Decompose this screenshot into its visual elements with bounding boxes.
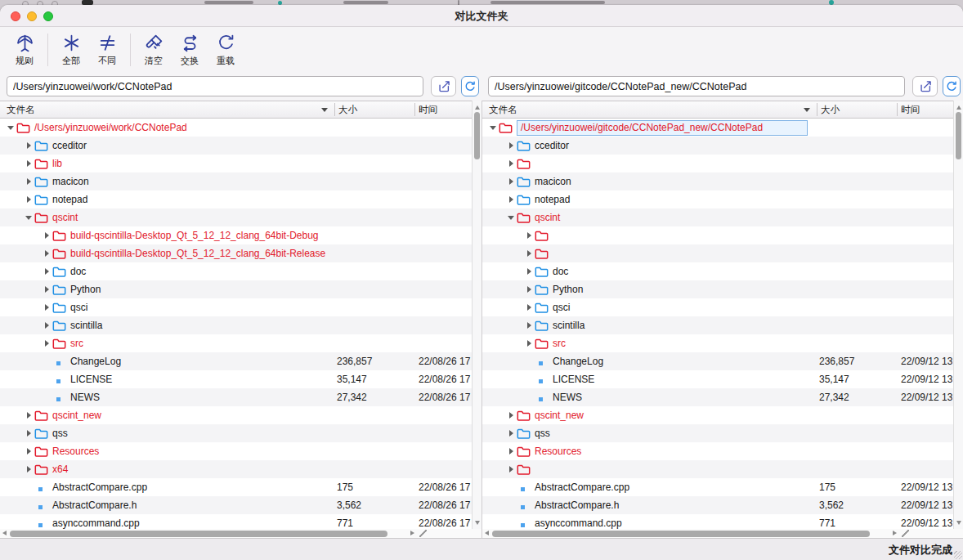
tree-row[interactable]: notepad — [0, 190, 482, 208]
swap-button[interactable]: 交换 — [172, 31, 208, 69]
right-browse-button[interactable] — [912, 76, 938, 96]
time-column-header[interactable]: 时间 — [901, 101, 952, 118]
tree-row[interactable]: AbstractCompare.cpp17522/08/26 17:36 — [0, 478, 482, 496]
expand-arrow-icon[interactable] — [505, 430, 517, 437]
scroll-left-arrow-icon[interactable] — [485, 531, 489, 535]
expand-arrow-icon[interactable] — [41, 322, 52, 329]
tree-row[interactable]: x64 — [0, 460, 482, 478]
tree-row[interactable]: doc — [482, 262, 963, 280]
filename-column-header[interactable]: 文件名 — [489, 101, 800, 118]
expand-arrow-icon[interactable] — [41, 250, 52, 257]
tree-row[interactable]: lib — [0, 155, 482, 172]
tree-row[interactable] — [482, 155, 963, 172]
column-divider[interactable] — [334, 103, 335, 116]
collapse-arrow-icon[interactable] — [5, 126, 16, 130]
tree-row[interactable]: Python — [482, 280, 963, 298]
left-path-input[interactable] — [7, 76, 423, 96]
expand-arrow-icon[interactable] — [41, 340, 52, 347]
column-divider[interactable] — [897, 103, 898, 116]
right-refresh-button[interactable] — [943, 76, 961, 96]
show-different-button[interactable]: 不同 — [89, 31, 125, 69]
tree-row[interactable]: qscint_new — [482, 406, 963, 424]
tree-row[interactable]: qsci — [0, 298, 482, 316]
expand-arrow-icon[interactable] — [23, 160, 34, 167]
expand-arrow-icon[interactable] — [23, 448, 34, 455]
tree-row[interactable]: scintilla — [482, 316, 963, 334]
clear-button[interactable]: 清空 — [136, 31, 172, 69]
scrollbar-thumb[interactable] — [474, 112, 480, 159]
tree-row[interactable] — [482, 244, 963, 262]
expand-arrow-icon[interactable] — [505, 196, 517, 203]
tree-row[interactable]: qscint — [482, 208, 963, 226]
tree-row[interactable]: AbstractCompare.h3,56222/09/12 13:11 — [482, 496, 963, 514]
scrollbar-thumb[interactable] — [10, 531, 387, 537]
tree-row[interactable] — [482, 460, 963, 478]
tree-row[interactable]: cceditor — [0, 137, 482, 155]
filename-column-header[interactable]: 文件名 — [7, 101, 317, 118]
expand-arrow-icon[interactable] — [23, 430, 34, 437]
expand-arrow-icon[interactable] — [523, 232, 535, 239]
tree-row[interactable]: asynccommand.cpp77122/08/26 17:36 — [0, 514, 482, 529]
tree-row[interactable]: /Users/yinzuowei/gitcode/CCNotePad_new/C… — [482, 119, 963, 137]
scrollbar-thumb[interactable] — [492, 531, 870, 537]
tree-row[interactable]: NEWS27,34222/09/12 13:11 — [482, 388, 963, 406]
resize-grip[interactable] — [954, 551, 962, 559]
tree-row[interactable] — [482, 226, 963, 244]
size-column-header[interactable]: 大小 — [821, 101, 894, 118]
reload-button[interactable]: 重载 — [208, 31, 244, 69]
expand-arrow-icon[interactable] — [23, 178, 34, 185]
expand-arrow-icon[interactable] — [523, 340, 535, 347]
expand-arrow-icon[interactable] — [523, 286, 535, 293]
expand-arrow-icon[interactable] — [523, 304, 535, 311]
tree-row[interactable]: asynccommand.cpp77122/09/12 13:11 — [482, 514, 963, 529]
expand-arrow-icon[interactable] — [505, 142, 517, 149]
tree-row[interactable]: qss — [482, 424, 963, 442]
tree-row[interactable]: AbstractCompare.cpp17522/09/12 13:11 — [482, 478, 963, 496]
tree-row[interactable]: notepad — [482, 190, 963, 208]
expand-arrow-icon[interactable] — [41, 268, 52, 275]
expand-arrow-icon[interactable] — [505, 178, 517, 185]
time-column-header[interactable]: 时间 — [419, 101, 469, 118]
tree-row[interactable]: qsci — [482, 298, 963, 316]
collapse-arrow-icon[interactable] — [505, 216, 517, 220]
scroll-down-arrow-icon[interactable] — [956, 521, 961, 525]
tree-row[interactable]: qss — [0, 424, 482, 442]
right-path-input[interactable] — [488, 76, 905, 96]
expand-arrow-icon[interactable] — [41, 286, 52, 293]
scroll-up-arrow-icon[interactable] — [475, 105, 480, 110]
expand-arrow-icon[interactable] — [23, 142, 34, 149]
left-browse-button[interactable] — [431, 76, 456, 96]
tree-row[interactable]: LICENSE35,14722/08/26 17:36 — [0, 370, 482, 388]
scroll-left-arrow-icon[interactable] — [2, 531, 7, 535]
tree-row[interactable]: cceditor — [482, 137, 963, 155]
expand-arrow-icon[interactable] — [523, 322, 535, 329]
tree-row[interactable]: Resources — [482, 442, 963, 460]
tree-row[interactable]: LICENSE35,14722/09/12 13:11 — [482, 370, 963, 388]
expand-arrow-icon[interactable] — [23, 196, 34, 203]
expand-arrow-icon[interactable] — [505, 466, 517, 473]
tree-row[interactable]: ChangeLog236,85722/08/26 17:36 — [0, 352, 482, 370]
expand-arrow-icon[interactable] — [23, 412, 34, 419]
tree-row[interactable]: src — [482, 334, 963, 352]
expand-arrow-icon[interactable] — [41, 232, 52, 239]
tree-row[interactable]: build-qscintilla-Desktop_Qt_5_12_12_clan… — [0, 226, 482, 244]
tree-row[interactable]: qscint_new — [0, 406, 482, 424]
expand-arrow-icon[interactable] — [523, 250, 535, 257]
size-column-header[interactable]: 大小 — [338, 101, 412, 118]
tree-row[interactable]: Python — [0, 280, 482, 298]
tree-row[interactable]: build-qscintilla-Desktop_Qt_5_12_12_clan… — [0, 244, 482, 262]
tree-row[interactable]: ChangeLog236,85722/09/12 13:11 — [482, 352, 963, 370]
tree-row[interactable]: src — [0, 334, 482, 352]
tree-row[interactable]: AbstractCompare.h3,56222/08/26 17:36 — [0, 496, 482, 514]
tree-row[interactable]: doc — [0, 262, 482, 280]
splitter-grip-icon[interactable] — [902, 530, 909, 537]
expand-arrow-icon[interactable] — [505, 160, 517, 167]
tree-row[interactable]: /Users/yinzuowei/work/CCNotePad — [0, 119, 482, 137]
expand-arrow-icon[interactable] — [523, 268, 535, 275]
splitter-grip-icon[interactable] — [419, 530, 427, 537]
column-divider[interactable] — [817, 103, 817, 116]
collapse-arrow-icon[interactable] — [23, 216, 34, 220]
rules-button[interactable]: 规则 — [7, 31, 43, 69]
show-all-button[interactable]: 全部 — [53, 31, 89, 69]
expand-arrow-icon[interactable] — [41, 304, 52, 311]
